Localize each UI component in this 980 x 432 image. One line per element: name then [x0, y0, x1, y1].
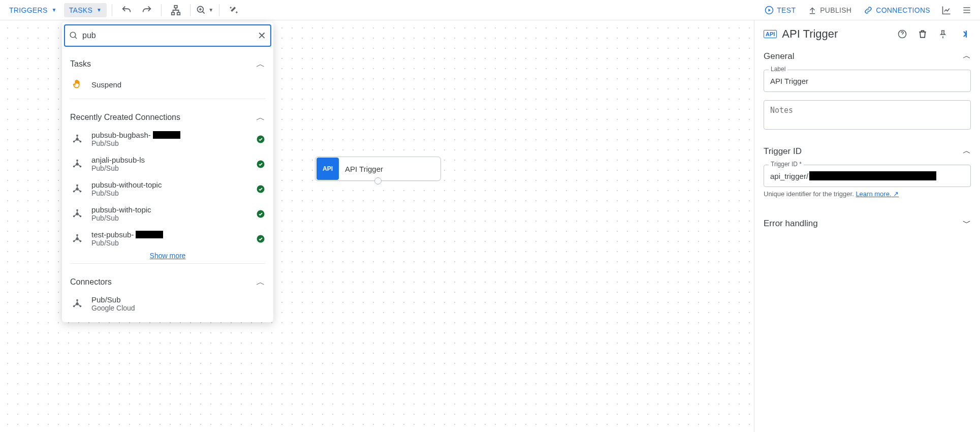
toolbar: TRIGGERS▼ TASKS▼ ▼ TEST PUBLISH CONNECTI…: [0, 0, 980, 20]
show-more-link[interactable]: Show more: [150, 252, 186, 260]
check-icon: [256, 184, 265, 194]
svg-rect-2: [177, 12, 180, 15]
hub-icon: [70, 207, 84, 221]
svg-point-22: [76, 209, 78, 211]
search-icon: [69, 31, 78, 40]
triggers-dropdown[interactable]: TRIGGERS▼: [4, 3, 62, 17]
check-icon: [256, 135, 265, 144]
divider: [190, 4, 191, 16]
task-suspend[interactable]: Suspend: [62, 73, 273, 96]
connection-item[interactable]: pubsub-with-topic Pub/Sub: [62, 201, 273, 226]
api-trigger-node[interactable]: API API Trigger: [315, 157, 441, 181]
properties-panel: API API Trigger General ︿ Label Trigger …: [754, 20, 980, 432]
check-icon: [256, 234, 265, 243]
task-search-panel: ✕ Tasks ︿ Suspend Recently Created Conne…: [62, 22, 273, 322]
svg-rect-1: [172, 12, 175, 15]
check-icon: [256, 160, 265, 169]
search-input[interactable]: [82, 31, 254, 40]
hub-icon: [70, 157, 84, 171]
search-field-wrap: ✕: [64, 24, 271, 47]
label-field-label: Label: [769, 66, 787, 73]
hub-icon: [70, 182, 84, 196]
undo-button[interactable]: [117, 1, 136, 19]
divider: [161, 4, 162, 16]
hand-icon: [70, 77, 84, 91]
zoom-dropdown[interactable]: ▼: [196, 1, 214, 19]
notes-input[interactable]: [764, 100, 971, 130]
panel-title: API Trigger: [782, 27, 890, 41]
connection-item[interactable]: pubsub-without-topic Pub/Sub: [62, 176, 273, 201]
trigger-id-section[interactable]: Trigger ID ︿: [764, 146, 971, 157]
svg-point-5: [70, 32, 76, 38]
check-icon: [256, 209, 265, 219]
svg-point-32: [76, 299, 78, 301]
chevron-up-icon: ︿: [963, 146, 971, 157]
svg-point-7: [76, 134, 78, 136]
svg-point-12: [76, 159, 78, 161]
tasks-dropdown[interactable]: TASKS▼: [64, 3, 107, 17]
svg-point-27: [76, 234, 78, 236]
chevron-up-icon: ︿: [256, 58, 265, 70]
chevron-up-icon: ︿: [256, 111, 265, 124]
connector-pubsub[interactable]: Pub/Sub Google Cloud: [62, 291, 273, 316]
trigger-id-field-label: Trigger ID *: [769, 161, 804, 168]
node-badge: API: [317, 158, 339, 180]
recent-connections-header[interactable]: Recently Created Connections ︿: [62, 102, 273, 127]
svg-rect-0: [175, 5, 178, 8]
help-icon[interactable]: [895, 26, 910, 42]
pin-icon[interactable]: [935, 26, 951, 42]
redo-button[interactable]: [138, 1, 156, 19]
connection-item[interactable]: test-pubsub- Pub/Sub: [62, 226, 273, 251]
delete-icon[interactable]: [915, 26, 930, 42]
collapse-panel-icon[interactable]: [956, 26, 971, 42]
hub-icon: [70, 232, 84, 246]
label-input[interactable]: [764, 70, 971, 92]
tasks-section-header[interactable]: Tasks ︿: [62, 49, 273, 73]
magic-icon[interactable]: [225, 1, 243, 19]
svg-point-17: [76, 184, 78, 186]
analytics-icon[interactable]: [937, 1, 956, 19]
hub-icon: [70, 132, 84, 146]
connection-item[interactable]: anjali-pubsub-ls Pub/Sub: [62, 151, 273, 176]
divider: [219, 4, 219, 16]
hub-icon: [70, 297, 84, 311]
chevron-up-icon: ︿: [256, 276, 265, 288]
menu-icon[interactable]: [958, 1, 976, 19]
general-section[interactable]: General ︿: [764, 51, 971, 61]
api-badge: API: [764, 30, 777, 38]
trigger-id-helper: Unique identifier for the trigger. Learn…: [764, 190, 971, 198]
clear-search-button[interactable]: ✕: [258, 29, 266, 42]
node-port[interactable]: [374, 177, 382, 184]
chevron-down-icon: ﹀: [963, 218, 971, 229]
connection-item[interactable]: pubsub-bugbash- Pub/Sub: [62, 127, 273, 151]
layout-icon[interactable]: [167, 1, 185, 19]
connectors-section-header[interactable]: Connectors ︿: [62, 267, 273, 291]
connections-button[interactable]: CONNECTIONS: [859, 3, 935, 18]
error-handling-section[interactable]: Error handling ﹀: [764, 218, 971, 229]
learn-more-link[interactable]: Learn more. ↗: [856, 190, 899, 198]
node-label: API Trigger: [345, 165, 383, 173]
divider: [112, 4, 112, 16]
chevron-up-icon: ︿: [963, 51, 971, 61]
trigger-id-input[interactable]: api_trigger/: [764, 165, 971, 187]
publish-button[interactable]: PUBLISH: [803, 3, 857, 18]
test-button[interactable]: TEST: [760, 3, 801, 18]
